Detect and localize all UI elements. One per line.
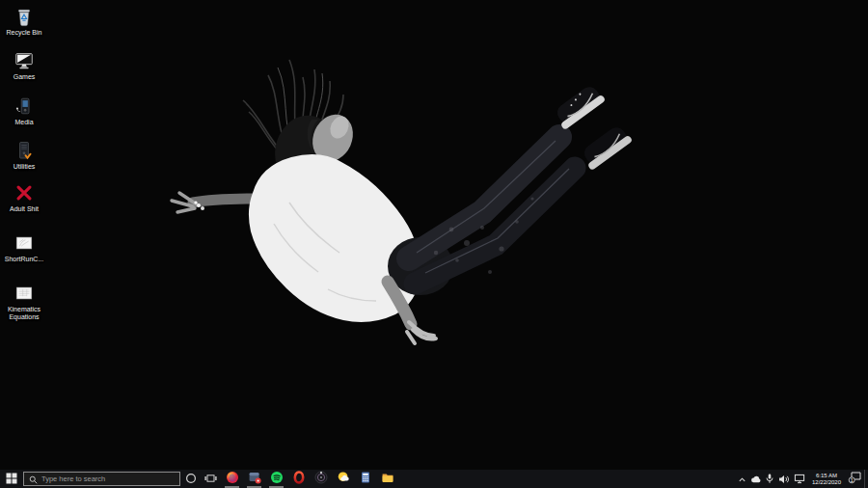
monitor-icon (13, 49, 36, 72)
cloud-icon (750, 471, 762, 488)
taskbar-app-opera[interactable] (287, 470, 310, 488)
spotify-icon (270, 471, 284, 488)
opera-icon (292, 471, 306, 488)
windows-logo-icon (6, 471, 17, 488)
task-view-button[interactable] (201, 470, 221, 488)
desktop-icon-label: Adult Shit (10, 205, 39, 213)
firefox-icon (226, 471, 239, 488)
desktop-icon-games[interactable]: Games (2, 49, 46, 81)
weather-icon (337, 471, 350, 488)
pinned-apps (221, 470, 398, 488)
desktop-icon-shortrun[interactable]: ShortRunC... (2, 231, 46, 263)
task-view-icon (204, 471, 217, 488)
cortana-button[interactable] (180, 470, 201, 488)
desktop-icon-adult-shit[interactable]: Adult Shit (2, 181, 46, 213)
cortana-icon (185, 471, 197, 488)
clock-date: 12/22/2020 (812, 479, 841, 486)
image-thumbnail-icon (13, 231, 36, 255)
start-button[interactable] (0, 470, 23, 488)
desktop-icon-recycle-bin[interactable]: Recycle Bin (2, 5, 46, 37)
desktop-icon-utilities[interactable]: Utilities (2, 139, 46, 171)
windows-desktop: Recycle Bin Games (0, 0, 868, 488)
network-tray-button[interactable] (792, 470, 808, 488)
desktop-icon-label: ShortRunC... (5, 256, 43, 263)
taskbar-app-firefox[interactable] (221, 470, 243, 488)
desktop-icon-label: Media (14, 119, 33, 126)
desktop-icon-label: Recycle Bin (7, 29, 42, 37)
volume-tray-button[interactable] (776, 470, 792, 488)
desktop-icon-kinematics[interactable]: Kinematics Equations (2, 282, 46, 321)
desktop-icon-media[interactable]: Media (2, 95, 46, 126)
taskbar-app-badged[interactable] (243, 470, 265, 488)
taskbar-app-spotify[interactable] (265, 470, 287, 488)
disc-app-icon (314, 471, 328, 488)
search-icon (29, 471, 38, 488)
taskbar: 6:15 AM 12/22/2020 1 (0, 470, 868, 488)
action-center-icon: 1 (848, 471, 862, 488)
taskbar-app-file-explorer[interactable] (376, 470, 398, 488)
system-tray: 6:15 AM 12/22/2020 1 (736, 470, 868, 488)
desktop-icon-label: Games (14, 73, 36, 81)
taskbar-clock[interactable]: 6:15 AM 12/22/2020 (808, 473, 845, 486)
speaker-icon (778, 471, 790, 488)
action-center-badge: 1 (850, 476, 853, 482)
microphone-tray-button[interactable] (764, 470, 776, 488)
show-desktop-button[interactable] (864, 470, 868, 488)
desktop-icon-label: Kinematics Equations (2, 306, 46, 321)
taskbar-app-disc[interactable] (310, 470, 332, 488)
microphone-icon (766, 471, 773, 488)
recycle-bin-icon (13, 5, 36, 28)
taskbar-app-calculator[interactable] (354, 470, 376, 488)
red-x-icon (13, 181, 36, 204)
clock-time: 6:15 AM (816, 473, 837, 479)
hidden-icons-button[interactable] (736, 470, 749, 488)
wallpaper-image (0, 0, 868, 470)
chevron-up-icon (738, 471, 746, 488)
media-player-icon (13, 95, 36, 118)
calculator-icon (359, 471, 372, 488)
taskbar-app-weather[interactable] (332, 470, 354, 488)
folder-icon (381, 471, 394, 488)
action-center-button[interactable]: 1 (845, 470, 864, 488)
ethernet-network-icon (794, 471, 805, 488)
desktop-icon-label: Utilities (14, 163, 36, 171)
onedrive-tray-icon-button[interactable] (749, 470, 764, 488)
app-with-badge-icon (248, 471, 261, 488)
pc-tower-icon (13, 139, 36, 162)
search-input[interactable] (41, 474, 175, 483)
taskbar-search[interactable] (23, 472, 180, 486)
image-thumbnail-icon (13, 282, 36, 305)
